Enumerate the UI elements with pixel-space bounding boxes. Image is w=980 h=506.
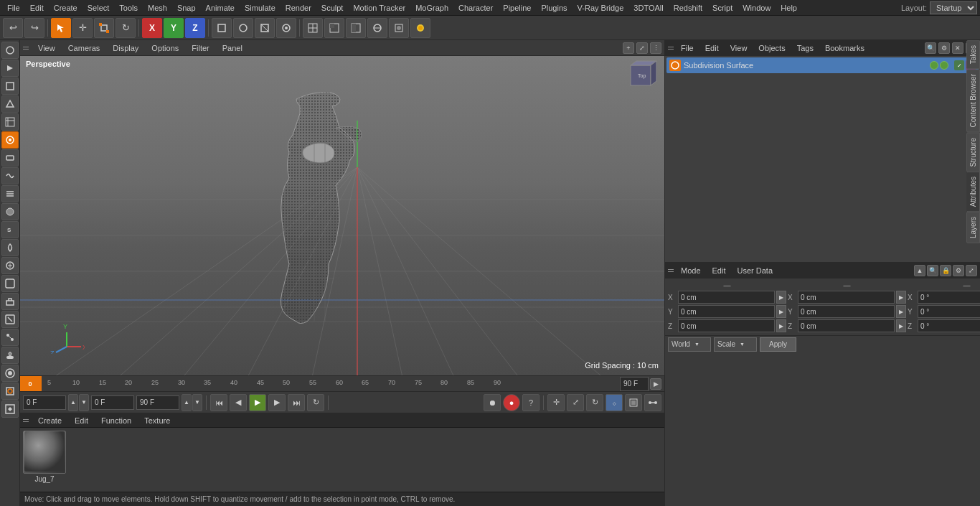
mat-menu-function[interactable]: Function [98, 416, 135, 426]
pos-z-arrow[interactable]: ▶ [776, 319, 786, 332]
left-tool-13[interactable] [1, 257, 19, 274]
left-tool-20[interactable] [1, 383, 19, 400]
x-axis-button[interactable]: X [142, 18, 162, 38]
object-tool-3[interactable] [255, 18, 275, 38]
scale-z-input[interactable] [798, 319, 895, 332]
vp-menu-panel[interactable]: Panel [219, 42, 246, 54]
help-btn[interactable]: ? [522, 394, 540, 411]
menu-redshift[interactable]: Redshift [669, 2, 707, 14]
menu-render[interactable]: Render [281, 2, 316, 14]
menu-sculpt[interactable]: Sculpt [317, 2, 348, 14]
menu-mesh[interactable]: Mesh [143, 2, 171, 14]
move-tool-button[interactable]: ✛ [72, 18, 93, 38]
left-tool-9[interactable] [1, 185, 19, 202]
rot-y-input[interactable] [918, 305, 980, 318]
obj-menu-objects[interactable]: Objects [754, 43, 789, 53]
select-tool-button[interactable] [51, 18, 71, 38]
menu-edit[interactable]: Edit [26, 2, 48, 14]
left-tool-12[interactable] [1, 239, 19, 256]
vp-menu-options[interactable]: Options [148, 42, 182, 54]
obj-drag-handle[interactable] [668, 47, 674, 50]
render-button[interactable] [410, 18, 430, 38]
left-tool-2[interactable] [1, 60, 19, 77]
viewport-canvas[interactable]: Perspective [20, 56, 664, 375]
frame-end-arrow[interactable]: ▶ [650, 378, 661, 390]
menu-snap[interactable]: Snap [173, 2, 200, 14]
attr-menu-mode[interactable]: Mode [677, 266, 705, 276]
mat-menu-create[interactable]: Create [34, 416, 65, 426]
menu-3dtoall[interactable]: 3DTOAll [629, 2, 667, 14]
left-tool-19[interactable] [1, 365, 19, 382]
menu-pipeline[interactable]: Pipeline [499, 2, 535, 14]
navigation-cube[interactable]: Top [625, 60, 661, 95]
mat-menu-edit[interactable]: Edit [71, 416, 92, 426]
menu-character[interactable]: Character [454, 2, 497, 14]
tab-takes[interactable]: Takes [966, 40, 980, 69]
end-frame-input[interactable]: 90 F [136, 395, 179, 410]
timeline-ruler[interactable]: 5 10 15 20 25 30 35 40 45 50 55 60 65 70… [40, 376, 617, 391]
frame-down-btn[interactable]: ▼ [79, 394, 89, 411]
vp-menu-filter[interactable]: Filter [188, 42, 212, 54]
obj-close-btn[interactable]: ✕ [952, 42, 963, 54]
scale-tool-2[interactable]: ⤢ [567, 394, 584, 411]
left-tool-21[interactable] [1, 400, 19, 418]
object-tool-4[interactable] [276, 18, 296, 38]
pos-z-input[interactable] [678, 319, 775, 332]
pos-y-input[interactable] [678, 305, 775, 318]
move-tool-2[interactable]: ✛ [547, 394, 565, 411]
record-btn[interactable]: ⏺ [484, 394, 501, 411]
scale-x-input[interactable] [798, 291, 895, 304]
z-axis-button[interactable]: Z [185, 18, 205, 38]
menu-mograph[interactable]: MoGraph [411, 2, 453, 14]
left-tool-1[interactable] [1, 42, 19, 59]
apply-button[interactable]: Apply [760, 337, 796, 352]
scale-y-arrow[interactable]: ▶ [896, 305, 906, 318]
attr-ctrl-3[interactable]: 🔒 [940, 265, 951, 276]
start-frame-input[interactable]: 0 F [91, 395, 134, 410]
left-tool-6[interactable] [1, 131, 19, 149]
left-tool-7[interactable] [1, 149, 19, 167]
menu-animate[interactable]: Animate [202, 2, 239, 14]
left-tool-8[interactable] [1, 167, 19, 184]
menu-window[interactable]: Window [738, 2, 775, 14]
left-tool-3[interactable] [1, 78, 19, 95]
rot-z-input[interactable] [918, 319, 980, 332]
attr-drag-handle[interactable] [668, 269, 674, 272]
left-tool-11[interactable]: S [1, 221, 19, 238]
rot-x-input[interactable] [918, 291, 980, 304]
object-tool-1[interactable] [212, 18, 232, 38]
end-frame-display[interactable]: 90 F [620, 377, 649, 391]
menu-tools[interactable]: Tools [115, 2, 142, 14]
obj-search-btn[interactable]: 🔍 [925, 42, 936, 54]
menu-select[interactable]: Select [83, 2, 114, 14]
viewport-tool-3[interactable] [346, 18, 366, 38]
obj-dot-render[interactable] [940, 61, 948, 70]
left-tool-16[interactable] [1, 311, 19, 328]
scale-dropdown[interactable]: Scale [714, 337, 757, 352]
obj-menu-bookmarks[interactable]: Bookmarks [821, 43, 869, 53]
viewport-tool-5[interactable] [389, 18, 409, 38]
end-frame-up[interactable]: ▲ [182, 394, 192, 411]
vp-menu-cameras[interactable]: Cameras [65, 42, 104, 54]
next-frame-btn[interactable]: ▶ [268, 394, 286, 411]
scale-z-arrow[interactable]: ▶ [896, 319, 906, 332]
vp-ctrl-settings[interactable]: ⋮ [650, 42, 661, 54]
left-tool-14[interactable] [1, 275, 19, 292]
obj-settings-btn[interactable]: ⚙ [938, 42, 950, 54]
left-tool-15[interactable] [1, 293, 19, 310]
key-tool[interactable]: ⬦ [606, 394, 623, 411]
play-btn[interactable]: ▶ [249, 394, 266, 411]
tab-structure[interactable]: Structure [966, 133, 980, 172]
attr-ctrl-2[interactable]: 🔍 [927, 265, 938, 276]
prev-frame-btn[interactable]: ◀ [230, 394, 247, 411]
vp-ctrl-plus[interactable]: + [623, 42, 634, 54]
drag-handle[interactable] [23, 47, 29, 50]
rotate-tool-2[interactable]: ↻ [586, 394, 603, 411]
obj-menu-view[interactable]: View [726, 43, 752, 53]
pos-x-arrow[interactable]: ▶ [776, 291, 786, 304]
left-tool-4[interactable] [1, 95, 19, 113]
world-dropdown[interactable]: World [668, 337, 711, 352]
attr-ctrl-5[interactable]: ⤢ [966, 265, 977, 276]
object-row-subdivision[interactable]: Subdivision Surface ✓ ✎ [666, 57, 979, 73]
obj-dot-editor[interactable] [930, 61, 938, 70]
